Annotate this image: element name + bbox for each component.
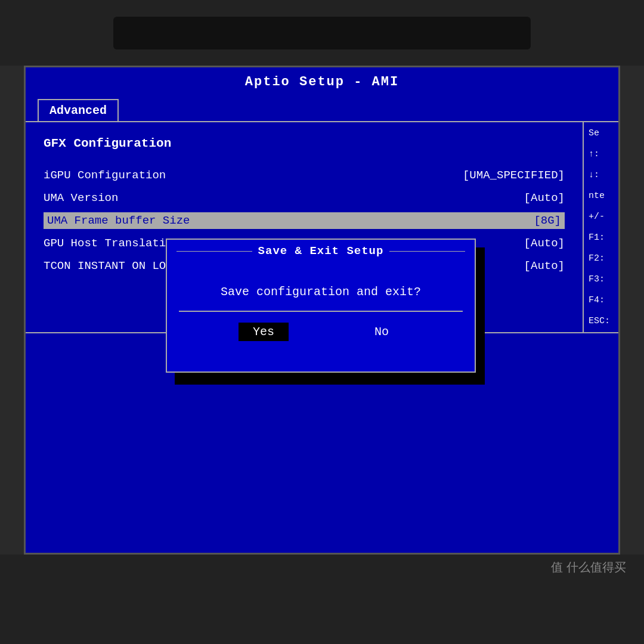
watermark: 值 什么值得买 [551,559,626,575]
dialog-divider [179,311,463,312]
table-row[interactable]: UMA Version [Auto] [44,190,565,206]
config-value-igpu: [UMA_SPECIFIED] [463,169,565,182]
config-label-igpu: iGPU Configuration [44,169,166,182]
sidebar-label-plusminus: +/- [589,212,614,222]
dialog-title-bar: Save & Exit Setup [167,240,475,262]
dialog-message: Save configuration and exit? [221,285,421,299]
monitor-outer: Aptio Setup - AMI Advanced GFX Configura… [0,0,644,644]
dialog-title: Save & Exit Setup [252,244,390,258]
config-label-uma-version: UMA Version [44,191,118,205]
bios-content: GFX Configuration iGPU Configuration [UM… [26,122,583,332]
tab-bar: Advanced [26,96,618,122]
bios-header: Aptio Setup - AMI [26,67,618,96]
bios-sidebar: Se ↑: ↓: nte +/- F1: F2: F3: F4: ESC: [583,122,618,332]
screen-container: Aptio Setup - AMI Advanced GFX Configura… [24,66,620,555]
config-value-uma-framebuffer: [8G] [534,214,561,227]
section-title: GFX Configuration [44,137,565,150]
sidebar-label-f3: F3: [589,274,614,284]
monitor-top-bar [0,0,644,66]
sidebar-label-esc: ESC: [589,316,614,326]
sidebar-label-f2: F2: [589,253,614,264]
save-exit-dialog: Save & Exit Setup Save configuration and… [166,239,476,373]
dialog-body: Save configuration and exit? Yes No [167,262,475,371]
sidebar-label-up: ↑: [589,149,614,159]
sidebar-label-f4: F4: [589,295,614,305]
bios-title: Aptio Setup - AMI [245,75,399,89]
config-label-uma-framebuffer: UMA Frame buffer Size [47,214,190,227]
no-button[interactable]: No [360,323,403,341]
config-value-tcon: [Auto] [524,259,565,273]
yes-button[interactable]: Yes [239,323,289,341]
config-label-tcon: TCON INSTANT ON LOGO [44,259,179,273]
tab-advanced[interactable]: Advanced [38,99,119,121]
config-value-gpu-translation: [Auto] [524,237,565,250]
sidebar-label-f1: F1: [589,233,614,243]
sidebar-label-down: ↓: [589,170,614,180]
sidebar-label-enter: nte [589,191,614,201]
monitor-top-bar-inner [113,17,531,49]
table-row-highlighted[interactable]: UMA Frame buffer Size [8G] [44,212,565,229]
dialog-buttons: Yes No [179,314,463,349]
bios-main: GFX Configuration iGPU Configuration [UM… [26,122,618,332]
sidebar-label-se: Se [589,128,614,138]
table-row[interactable]: iGPU Configuration [UMA_SPECIFIED] [44,167,565,184]
config-value-uma-version: [Auto] [524,191,565,205]
monitor-bottom: 值 什么值得买 [0,555,644,644]
